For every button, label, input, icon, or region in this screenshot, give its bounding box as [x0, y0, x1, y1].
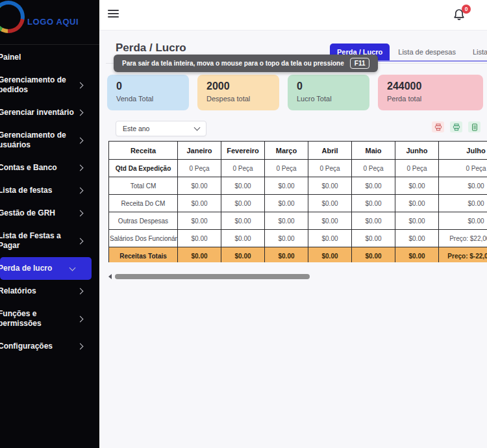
topbar: 0 [99, 0, 487, 31]
table-cell: 0 Peça [439, 160, 487, 177]
sidebar-item-gerenciamento-de-usuarios[interactable]: Gerenciamento de usuários [0, 124, 99, 156]
table-cell: $0.00 [221, 247, 265, 263]
sidebar-item-lista-de-festas-a-pagar[interactable]: Lista de Festas a Pagar [0, 225, 99, 257]
table-row: Receita Do CM$0.00$0.00$0.00$0.00$0.00$0… [109, 195, 487, 212]
table-cell: Preço: $22,000.00 [439, 230, 487, 247]
column-header: Janeiro [178, 142, 221, 160]
table-cell: $0.00 [178, 195, 221, 212]
column-header: Março [265, 142, 308, 160]
print-export-button[interactable] [450, 121, 462, 132]
chevron-right-icon [77, 316, 84, 322]
chevron-right-icon [77, 188, 84, 194]
table-cell: $0.00 [308, 212, 352, 230]
pdf-export-icon [434, 123, 442, 131]
table-cell: $0.00 [352, 247, 395, 263]
stat-value: 2000 [206, 81, 270, 92]
table-cell: $0.00 [308, 230, 352, 247]
row-label: Salários Dos Funcionários [109, 230, 178, 247]
column-header: Maio [352, 142, 395, 160]
sidebar-item-label: Gerenciamento de usuários [0, 131, 78, 150]
scrollbar-thumb[interactable] [115, 274, 310, 279]
sidebar-item-gerenciamento-de-pedidos[interactable]: Gerenciamento de pedidos [0, 69, 99, 101]
column-header: Abril [308, 142, 352, 160]
table-cell: $0.00 [439, 177, 487, 195]
tab-lista-de-despesas[interactable]: Lista de despesas [390, 44, 464, 60]
table-cell: $0.00 [308, 195, 352, 212]
sidebar-item-label: Configurações [0, 342, 53, 351]
chevron-right-icon [77, 137, 84, 143]
notification-badge: 0 [462, 5, 471, 14]
table-cell: $0.00 [221, 195, 265, 212]
row-label: Receita Do CM [109, 195, 178, 212]
logo-text: LOGO AQUI [27, 17, 79, 27]
table-cell: 0 Peça [352, 160, 395, 177]
menu-icon[interactable] [108, 10, 119, 19]
table-cell: 0 Peça [395, 160, 439, 177]
table-cell: $0.00 [352, 230, 395, 247]
column-header: Junho [395, 142, 439, 160]
table-header-row: ReceitaJaneiroFevereiroMarçoAbrilMaioJun… [109, 142, 487, 160]
table-cell: 0 Peça [308, 160, 352, 177]
sidebar-item-label: Gerenciar inventário [0, 108, 74, 118]
notifications-button[interactable]: 0 [452, 8, 466, 22]
column-header: Fevereiro [221, 142, 265, 160]
sidebar-item-perda-de-lucro[interactable]: Perda de lucro [0, 257, 92, 280]
stat-cards: 0 Venda Total 2000 Despesa total 0 Lucro… [107, 75, 483, 110]
sidebar-item-lista-de-festas[interactable]: Lista de festas [0, 179, 99, 202]
sidebar-item-label: Lista de festas [0, 186, 52, 195]
page-title: Perda / Lucro [116, 42, 186, 55]
stat-card-despesa-total: 2000 Despesa total [197, 75, 279, 110]
stat-label: Perda total [387, 95, 474, 103]
main-content: Perda / Lucro Perda / Lucro Lista de des… [99, 30, 487, 448]
horizontal-scrollbar [108, 273, 481, 280]
table-cell: Preço: $-22,000.00 [439, 247, 487, 263]
chevron-down-icon [194, 125, 201, 131]
sidebar-item-funcoes-e-permissoes[interactable]: Funções e permissões [0, 303, 99, 335]
table-cell: $0.00 [265, 212, 308, 230]
sidebar-nav: Painel Gerenciamento de pedidos Gerencia… [0, 46, 99, 358]
sidebar-item-configuracoes[interactable]: Configurações [0, 335, 99, 358]
table-cell: $0.00 [352, 195, 395, 212]
chevron-right-icon [77, 343, 84, 350]
period-select[interactable]: Este ano [116, 121, 206, 136]
sidebar-item-label: Relatórios [0, 286, 36, 296]
table-cell: $0.00 [178, 247, 221, 263]
table-cell: $0.00 [178, 177, 221, 195]
tab-lista-de-rendimentos[interactable]: Lista de Rendimentos [464, 44, 487, 60]
table-cell: $0.00 [265, 230, 308, 247]
column-header: Receita [109, 142, 178, 160]
sidebar-item-relatorios[interactable]: Relatórios [0, 280, 99, 303]
fullscreen-exit-tooltip: Para sair da tela inteira, mova o mouse … [114, 55, 378, 72]
table-cell: $0.00 [395, 212, 439, 230]
table-cell: 0 Peça [178, 160, 221, 177]
excel-export-button[interactable] [468, 121, 481, 132]
table-cell: $0.00 [178, 230, 221, 247]
profit-loss-table: ReceitaJaneiroFevereiroMarçoAbrilMaioJun… [108, 141, 487, 262]
f11-keycap: F11 [350, 58, 370, 69]
table-cell: $0.00 [439, 195, 487, 212]
table-cell: $0.00 [221, 177, 265, 195]
sidebar-item-contas-e-banco[interactable]: Contas e Banco [0, 156, 99, 179]
sidebar-item-label: Contas e Banco [0, 163, 57, 173]
table-cell: 0 Peça [221, 160, 265, 177]
export-buttons [432, 121, 481, 132]
sidebar-item-painel[interactable]: Painel [0, 46, 99, 69]
table-row: Outras Despesas$0.00$0.00$0.00$0.00$0.00… [109, 212, 487, 230]
row-label: Outras Despesas [109, 212, 178, 230]
table-cell: $0.00 [221, 230, 265, 247]
company-logo-icon [0, 1, 25, 33]
sidebar-item-gerenciar-inventario[interactable]: Gerenciar inventário [0, 101, 99, 124]
pdf-export-button[interactable] [432, 121, 444, 132]
table-cell: $0.00 [308, 177, 352, 195]
scroll-left-arrow-icon[interactable] [108, 274, 112, 279]
sidebar-item-gestao-de-grh[interactable]: Gestão de GRH [0, 202, 99, 225]
tooltip-text: Para sair da tela inteira, mova o mouse … [122, 60, 344, 67]
table-row: Qtd Da Expedição0 Peça0 Peça0 Peça0 Peça… [109, 160, 487, 177]
printer-export-icon [453, 123, 460, 131]
sidebar-item-label: Painel [0, 53, 21, 62]
table-cell: $0.00 [265, 195, 308, 212]
table-row: Salários Dos Funcionários$0.00$0.00$0.00… [109, 230, 487, 247]
chevron-down-icon [69, 264, 76, 271]
chevron-right-icon [77, 288, 84, 295]
stat-value: 244000 [387, 81, 474, 92]
